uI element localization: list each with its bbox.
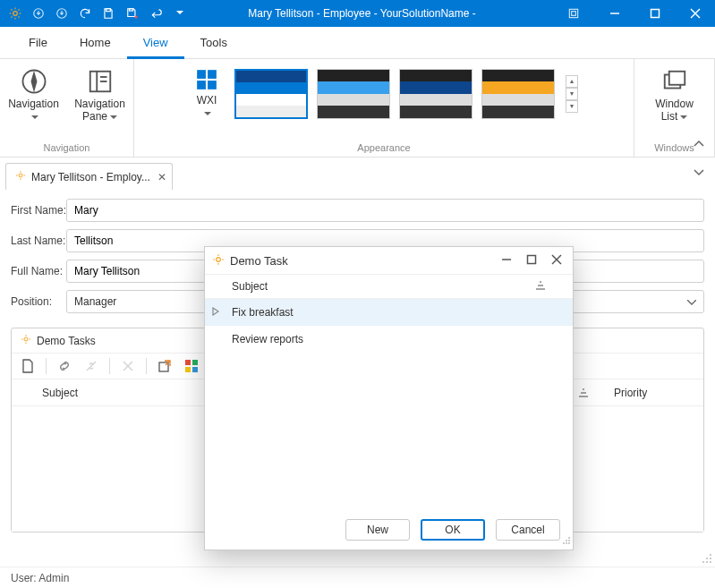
svg-point-51	[710, 558, 711, 559]
ribbon-group-caption: Navigation	[44, 140, 90, 155]
svg-rect-30	[668, 72, 685, 85]
svg-rect-14	[572, 12, 576, 16]
svg-rect-26	[208, 70, 217, 79]
svg-point-54	[710, 561, 711, 563]
svg-marker-20	[31, 73, 36, 89]
grid-color-icon[interactable]	[179, 354, 204, 378]
compact-icon[interactable]	[567, 7, 580, 20]
ok-button[interactable]: OK	[421, 519, 485, 541]
theme-spinner[interactable]: ▴ ▾ ▾	[564, 73, 580, 115]
gear-icon	[212, 253, 225, 268]
tab-home[interactable]: Home	[64, 27, 127, 59]
svg-point-69	[568, 542, 570, 544]
svg-line-6	[19, 17, 20, 18]
resize-grip-icon[interactable]	[702, 553, 712, 567]
menu-bar: File Home View Tools	[0, 27, 715, 59]
chevron-down-icon	[687, 295, 696, 308]
ribbon-group-caption: Appearance	[357, 140, 410, 155]
minimize-button[interactable]	[594, 0, 634, 27]
refresh-icon[interactable]	[79, 7, 91, 20]
svg-rect-46	[192, 360, 198, 365]
svg-line-5	[11, 9, 12, 10]
save-icon[interactable]	[102, 7, 115, 20]
document-tabs: Mary Tellitson - Employ... ✕	[0, 158, 715, 190]
position-label: Position:	[11, 295, 66, 308]
save-close-icon[interactable]	[125, 7, 140, 20]
unlink-icon	[79, 354, 104, 378]
navigation-button[interactable]: Navigation	[5, 64, 63, 127]
dialog-minimize-icon[interactable]	[501, 254, 512, 268]
navigation-pane-button[interactable]: Navigation Pane	[72, 64, 129, 127]
list-item[interactable]: Review reports	[205, 326, 573, 353]
ribbon: Navigation Navigation Pane Navigation WX…	[0, 59, 715, 158]
tab-tools[interactable]: Tools	[184, 27, 243, 59]
close-button[interactable]	[675, 0, 715, 27]
svg-point-67	[563, 542, 565, 544]
svg-rect-45	[185, 360, 191, 365]
sort-icon[interactable]	[535, 280, 546, 293]
svg-rect-27	[197, 81, 206, 89]
close-tab-icon[interactable]: ✕	[157, 171, 166, 183]
ribbon-collapse-icon[interactable]	[694, 137, 704, 149]
tabs-dropdown-icon[interactable]	[694, 166, 704, 179]
svg-point-68	[566, 542, 567, 544]
dialog-list: Fix breakfast Review reports	[205, 299, 573, 510]
svg-point-31	[19, 174, 22, 177]
theme-swatch-1[interactable]	[234, 69, 308, 119]
theme-swatch-2[interactable]	[317, 69, 390, 119]
list-item[interactable]: Fix breakfast	[205, 299, 573, 326]
wxi-button[interactable]: WXI	[188, 64, 226, 124]
document-tab-title: Mary Tellitson - Employ...	[31, 171, 150, 183]
theme-swatch-3[interactable]	[399, 69, 472, 119]
document-tab[interactable]: Mary Tellitson - Employ... ✕	[5, 163, 173, 190]
window-list-button[interactable]: Window List	[646, 64, 703, 127]
tab-file[interactable]: File	[13, 27, 64, 59]
window-title: Mary Tellitson - Employee - YourSolution…	[192, 7, 567, 20]
cancel-button[interactable]: Cancel	[496, 519, 560, 541]
open-new-icon[interactable]	[152, 354, 177, 378]
undo-icon[interactable]	[150, 7, 163, 20]
svg-point-52	[702, 561, 704, 563]
col-sort-icon[interactable]	[569, 388, 605, 397]
svg-line-7	[11, 17, 12, 18]
quick-access-toolbar	[0, 7, 192, 20]
spin-more-icon[interactable]: ▾	[566, 100, 578, 113]
fullname-label: Full Name:	[11, 265, 66, 277]
ribbon-group-caption: Windows	[654, 140, 694, 155]
maximize-button[interactable]	[634, 0, 675, 27]
link-icon[interactable]	[52, 354, 77, 378]
save-arrow-icon[interactable]	[32, 7, 45, 20]
svg-point-36	[24, 337, 28, 341]
dialog-resize-grip-icon[interactable]	[562, 535, 571, 548]
svg-point-50	[706, 558, 708, 559]
gear-icon	[21, 334, 31, 347]
theme-swatch-4[interactable]	[481, 69, 555, 119]
firstname-field[interactable]	[66, 199, 704, 222]
svg-rect-47	[185, 367, 191, 372]
svg-rect-16	[651, 10, 659, 18]
panel-title: Demo Tasks	[37, 335, 96, 347]
svg-rect-25	[197, 70, 206, 79]
new-doc-icon[interactable]	[15, 354, 40, 378]
svg-rect-11	[106, 9, 111, 12]
svg-point-0	[13, 12, 18, 16]
dialog-column-header[interactable]: Subject	[205, 274, 573, 299]
spin-down-icon[interactable]: ▾	[566, 88, 578, 100]
dialog-close-icon[interactable]	[551, 254, 562, 268]
gear-icon[interactable]	[9, 7, 21, 20]
svg-rect-28	[208, 81, 217, 89]
svg-point-66	[568, 540, 570, 541]
demo-task-dialog: Demo Task Subject Fix breakfast Review r…	[204, 246, 574, 550]
tab-view[interactable]: View	[127, 27, 184, 59]
new-button[interactable]: New	[345, 519, 410, 541]
col-priority[interactable]: Priority	[605, 387, 703, 399]
row-indicator-icon	[212, 306, 219, 319]
save-arrow-icon2[interactable]	[55, 7, 68, 20]
svg-point-49	[710, 554, 711, 556]
spin-up-icon[interactable]: ▴	[566, 75, 578, 88]
svg-point-64	[568, 537, 570, 539]
title-bar: Mary Tellitson - Employee - YourSolution…	[0, 0, 715, 27]
dialog-maximize-icon[interactable]	[526, 254, 537, 268]
qat-dropdown-icon[interactable]	[176, 11, 183, 16]
dialog-title: Demo Task	[230, 254, 288, 268]
